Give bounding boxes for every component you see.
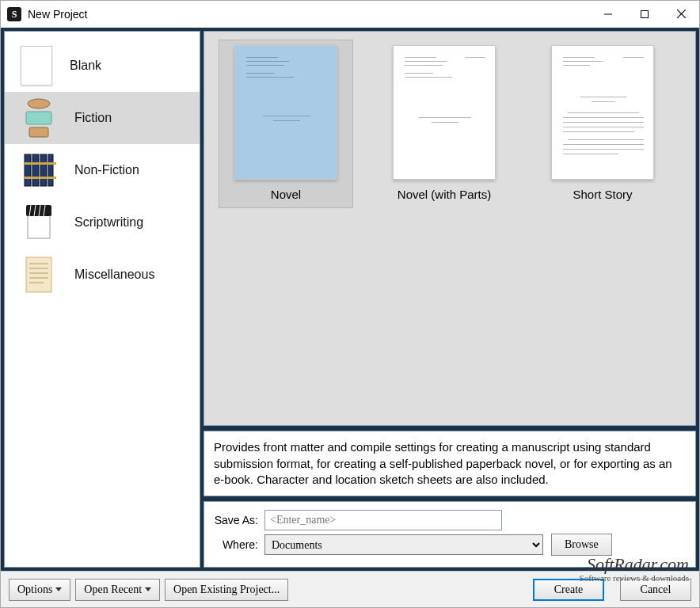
template-preview — [551, 45, 654, 180]
maximize-button[interactable] — [626, 1, 663, 28]
dropdown-icon — [55, 587, 62, 591]
browse-button[interactable]: Browse — [551, 534, 612, 556]
template-label: Novel (with Parts) — [398, 183, 491, 207]
where-select[interactable]: Documents — [264, 534, 543, 555]
svg-rect-7 — [25, 154, 31, 186]
template-label: Novel — [271, 183, 301, 207]
cancel-button[interactable]: Cancel — [620, 579, 691, 601]
options-button[interactable]: Options — [9, 579, 70, 601]
miscellaneous-icon — [21, 253, 57, 297]
open-existing-label: Open Existing Project... — [173, 583, 280, 596]
dropdown-icon — [145, 587, 151, 591]
svg-rect-19 — [26, 257, 51, 292]
saveas-input[interactable] — [264, 510, 502, 530]
svg-rect-11 — [25, 162, 56, 165]
category-miscellaneous[interactable]: Miscellaneous — [5, 249, 200, 301]
template-novel-parts[interactable]: Novel (with Parts) — [377, 40, 512, 208]
scriptwriting-icon — [21, 200, 57, 245]
bottom-bar: Options Open Recent Open Existing Projec… — [1, 571, 699, 607]
category-nonfiction[interactable]: Non-Fiction — [5, 144, 200, 196]
category-label: Non-Fiction — [74, 163, 139, 177]
template-label: Short Story — [573, 183, 632, 207]
minimize-button[interactable] — [590, 1, 626, 28]
svg-rect-12 — [25, 177, 56, 179]
options-label: Options — [17, 583, 52, 596]
category-blank[interactable]: Blank — [5, 40, 200, 92]
category-label: Miscellaneous — [74, 268, 154, 282]
template-novel[interactable]: Novel — [219, 40, 353, 208]
blank-page-icon — [21, 46, 52, 86]
where-label: Where: — [212, 538, 264, 551]
svg-point-4 — [28, 99, 50, 108]
category-scriptwriting[interactable]: Scriptwriting — [5, 196, 200, 249]
open-recent-button[interactable]: Open Recent — [75, 579, 160, 601]
open-existing-button[interactable]: Open Existing Project... — [165, 579, 288, 601]
category-label: Blank — [70, 59, 101, 73]
svg-rect-9 — [40, 154, 47, 186]
open-recent-label: Open Recent — [84, 583, 142, 596]
close-button[interactable] — [663, 1, 699, 28]
nonfiction-icon — [21, 148, 57, 192]
content-row: Blank Fiction — [4, 31, 696, 568]
template-panel: Novel Novel (with P — [204, 31, 696, 426]
template-preview — [234, 45, 337, 180]
dialog-body: Blank Fiction — [1, 28, 699, 607]
category-panel: Blank Fiction — [4, 31, 200, 568]
svg-rect-6 — [29, 127, 48, 137]
category-fiction[interactable]: Fiction — [5, 92, 200, 144]
svg-rect-1 — [641, 10, 649, 17]
app-icon — [7, 7, 21, 21]
svg-rect-8 — [32, 154, 39, 186]
titlebar: New Project — [1, 1, 699, 28]
window-title: New Project — [28, 8, 590, 21]
window: New Project Blank — [0, 0, 700, 608]
svg-rect-10 — [48, 154, 53, 186]
category-label: Fiction — [74, 111, 112, 125]
fiction-icon — [21, 96, 57, 140]
category-label: Scriptwriting — [74, 215, 143, 230]
save-area: Save As: Where: Documents Browse — [204, 501, 696, 568]
template-short-story[interactable]: Short Story — [535, 40, 670, 208]
svg-rect-13 — [28, 213, 50, 238]
right-column: Novel Novel (with P — [204, 31, 696, 568]
template-preview — [393, 45, 496, 180]
svg-rect-5 — [26, 112, 51, 124]
template-description: Provides front matter and compile settin… — [204, 431, 696, 496]
saveas-label: Save As: — [212, 514, 264, 526]
create-button[interactable]: Create — [533, 579, 604, 601]
